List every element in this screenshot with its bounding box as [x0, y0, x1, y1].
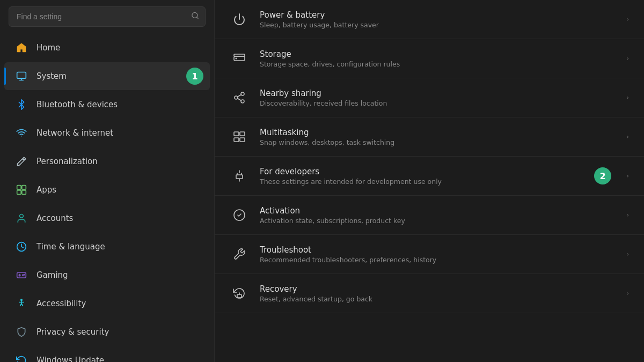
developers-subtitle: These settings are intended for developm…: [260, 178, 583, 186]
sidebar-item-time[interactable]: Time & language: [4, 233, 210, 261]
search-input[interactable]: [9, 6, 206, 27]
svg-rect-25: [240, 132, 245, 136]
svg-point-16: [21, 299, 23, 301]
sidebar-item-accessibility[interactable]: Accessibility: [4, 290, 210, 317]
storage-title: Storage: [260, 49, 616, 59]
setting-power[interactable]: Power & battery Sleep, battery usage, ba…: [215, 0, 644, 39]
recovery-subtitle: Reset, advanced startup, go back: [260, 295, 616, 303]
sidebar: Home System 1 Bluetooth & devices: [0, 0, 215, 362]
troubleshoot-text: Troubleshoot Recommended troubleshooters…: [260, 245, 616, 264]
chevron-right-icon: ›: [626, 172, 629, 180]
sidebar-item-update-label: Windows Update: [36, 356, 104, 362]
troubleshoot-icon: [230, 245, 249, 264]
nav-list: Home System 1 Bluetooth & devices: [0, 33, 214, 362]
accessibility-icon: [15, 297, 28, 310]
system-badge: 1: [186, 68, 203, 85]
activation-icon: [230, 205, 249, 225]
home-icon: [15, 41, 28, 54]
sidebar-item-accounts[interactable]: Accounts: [4, 204, 210, 232]
sidebar-item-bluetooth[interactable]: Bluetooth & devices: [4, 91, 210, 119]
svg-point-15: [24, 274, 25, 275]
svg-rect-6: [22, 186, 26, 190]
chevron-right-icon: ›: [626, 211, 629, 219]
setting-nearby[interactable]: Nearby sharing Discoverability, received…: [215, 78, 644, 117]
search-box[interactable]: [9, 6, 206, 27]
sidebar-item-gaming-label: Gaming: [36, 270, 68, 280]
svg-rect-8: [22, 190, 26, 195]
chevron-right-icon: ›: [626, 94, 629, 101]
storage-text: Storage Storage space, drives, configura…: [260, 49, 616, 68]
system-icon: [15, 70, 28, 83]
update-icon: [15, 354, 28, 362]
chevron-right-icon: ›: [626, 133, 629, 141]
setting-developers[interactable]: For developers These settings are intend…: [215, 157, 644, 196]
sidebar-item-time-label: Time & language: [36, 242, 105, 252]
troubleshoot-subtitle: Recommended troubleshooters, preferences…: [260, 256, 616, 264]
chevron-right-icon: ›: [626, 250, 629, 258]
sidebar-item-gaming[interactable]: Gaming: [4, 261, 210, 289]
recovery-text: Recovery Reset, advanced startup, go bac…: [260, 284, 616, 303]
apps-icon: [15, 183, 28, 196]
sidebar-item-home-label: Home: [36, 43, 60, 53]
sidebar-item-accessibility-label: Accessibility: [36, 299, 86, 308]
developers-icon: [230, 166, 249, 186]
chevron-right-icon: ›: [626, 55, 629, 62]
svg-rect-24: [234, 132, 239, 136]
multitasking-text: Multitasking Snap windows, desktops, tas…: [260, 128, 616, 146]
sidebar-item-personalization-label: Personalization: [36, 157, 98, 166]
bluetooth-icon: [15, 98, 28, 111]
sidebar-item-network-label: Network & internet: [36, 128, 113, 138]
developers-title: For developers: [260, 167, 583, 176]
developers-text: For developers These settings are intend…: [260, 167, 583, 186]
svg-rect-19: [234, 54, 245, 56]
svg-rect-26: [234, 138, 239, 142]
chevron-right-icon: ›: [626, 16, 629, 23]
svg-rect-7: [17, 190, 21, 195]
setting-activation[interactable]: Activation Activation state, subscriptio…: [215, 196, 644, 235]
setting-recovery[interactable]: Recovery Reset, advanced startup, go bac…: [215, 274, 644, 313]
sidebar-item-apps-label: Apps: [36, 185, 56, 195]
sidebar-item-system-label: System: [36, 71, 67, 81]
svg-rect-34: [237, 294, 241, 298]
svg-rect-32: [236, 175, 243, 179]
developers-badge: 2: [594, 167, 611, 184]
nearby-subtitle: Discoverability, received files location: [260, 99, 616, 107]
sidebar-item-home[interactable]: Home: [4, 34, 210, 62]
brush-icon: [15, 155, 28, 168]
activation-subtitle: Activation state, subscriptions, product…: [260, 217, 616, 225]
setting-troubleshoot[interactable]: Troubleshoot Recommended troubleshooters…: [215, 235, 644, 274]
nearby-title: Nearby sharing: [260, 88, 616, 98]
multitasking-subtitle: Snap windows, desktops, task switching: [260, 138, 616, 146]
power-text: Power & battery Sleep, battery usage, ba…: [260, 10, 616, 29]
multitasking-icon: [230, 127, 249, 146]
gaming-icon: [15, 269, 28, 282]
nearby-icon: [230, 88, 249, 107]
accounts-icon: [15, 212, 28, 225]
sidebar-item-update[interactable]: Windows Update: [4, 346, 210, 362]
power-subtitle: Sleep, battery usage, battery saver: [260, 21, 616, 29]
svg-rect-2: [17, 72, 26, 79]
time-icon: [15, 240, 28, 253]
setting-storage[interactable]: Storage Storage space, drives, configura…: [215, 39, 644, 78]
storage-subtitle: Storage space, drives, configuration rul…: [260, 60, 616, 68]
sidebar-item-system[interactable]: System 1: [4, 62, 210, 90]
activation-text: Activation Activation state, subscriptio…: [260, 206, 616, 225]
svg-point-14: [23, 275, 24, 276]
svg-line-1: [196, 17, 198, 19]
sidebar-item-network[interactable]: Network & internet: [4, 119, 210, 147]
sidebar-item-apps[interactable]: Apps: [4, 176, 210, 204]
storage-icon: [230, 49, 249, 68]
multitasking-title: Multitasking: [260, 128, 616, 137]
sidebar-item-privacy[interactable]: Privacy & security: [4, 318, 210, 346]
main-content: Power & battery Sleep, battery usage, ba…: [215, 0, 644, 362]
search-icon: [191, 12, 199, 22]
svg-rect-27: [240, 138, 245, 142]
svg-rect-5: [17, 186, 21, 190]
setting-multitasking[interactable]: Multitasking Snap windows, desktops, tas…: [215, 117, 644, 157]
recovery-icon: [230, 284, 249, 303]
power-title: Power & battery: [260, 10, 616, 20]
sidebar-item-personalization[interactable]: Personalization: [4, 147, 210, 175]
svg-point-9: [20, 215, 24, 218]
network-icon: [15, 127, 28, 139]
activation-title: Activation: [260, 206, 616, 216]
